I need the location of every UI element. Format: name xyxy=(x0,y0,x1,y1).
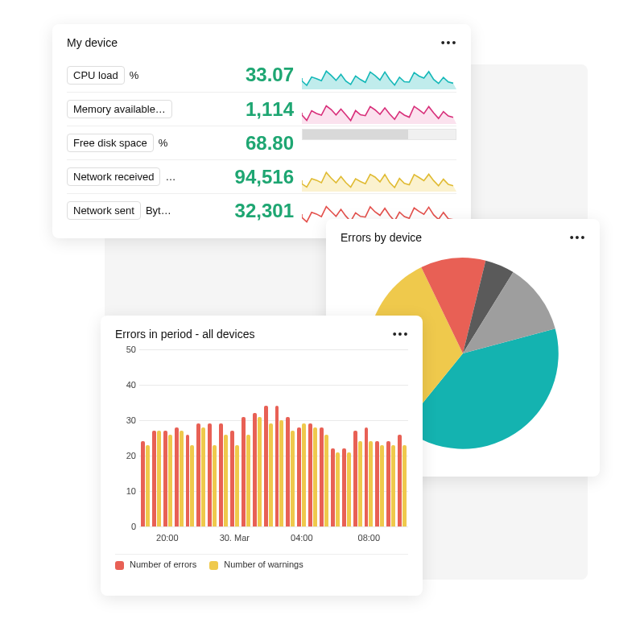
bar xyxy=(286,417,290,526)
x-tick: 08:00 xyxy=(358,533,381,543)
bar-group xyxy=(342,349,351,526)
metric-name: Free disk space % xyxy=(67,134,212,152)
bar xyxy=(391,445,395,526)
metric-unit: % xyxy=(130,69,139,81)
metric-value: 32,301 xyxy=(212,200,302,222)
card-title: My device xyxy=(67,36,118,49)
more-icon[interactable]: ••• xyxy=(442,35,456,50)
bar xyxy=(152,431,156,526)
x-tick: 04:00 xyxy=(291,533,313,543)
bar-group xyxy=(264,349,273,526)
metric-name: Network received … xyxy=(67,167,212,186)
metric-name: Network sent Byt… xyxy=(67,201,212,220)
bar xyxy=(369,441,373,526)
bar xyxy=(157,431,161,526)
bar-group xyxy=(152,349,161,526)
legend-item-warnings: Number of warnings xyxy=(209,559,303,570)
card-title: Errors in period - all devices xyxy=(115,328,255,341)
bar-group xyxy=(253,349,262,526)
more-icon[interactable]: ••• xyxy=(571,230,585,245)
card-title: Errors by device xyxy=(341,231,422,244)
bar xyxy=(258,417,262,526)
bar-group xyxy=(242,349,250,526)
bar-group xyxy=(297,349,306,526)
bar xyxy=(275,406,279,526)
metric-list: CPU load % 33.07 Memory available… 1,114 xyxy=(67,58,456,227)
bar xyxy=(242,417,246,526)
bar xyxy=(196,423,200,526)
metric-row: Memory available… 1,114 xyxy=(67,92,456,126)
errors-in-period-card: Errors in period - all devices ••• 01020… xyxy=(101,316,423,596)
bar-group xyxy=(186,349,195,526)
bar xyxy=(365,427,369,526)
bar xyxy=(168,435,172,526)
y-tick: 30 xyxy=(126,415,136,425)
metric-value: 33.07 xyxy=(212,64,302,86)
bar-group xyxy=(208,349,217,526)
bar xyxy=(141,441,145,526)
bar xyxy=(331,448,335,526)
y-tick: 40 xyxy=(126,380,136,390)
bar xyxy=(302,423,306,526)
bar xyxy=(264,406,268,526)
bar xyxy=(380,445,384,526)
bar xyxy=(246,435,250,526)
bar-group xyxy=(275,349,284,526)
bar-group xyxy=(219,349,228,526)
bar-group xyxy=(365,349,374,526)
bar-group xyxy=(320,349,328,526)
bar xyxy=(146,445,150,526)
bar xyxy=(398,435,402,526)
sparkline xyxy=(302,129,456,158)
metric-chip[interactable]: CPU load xyxy=(67,66,125,85)
bar xyxy=(208,423,212,526)
bar-group xyxy=(196,349,205,526)
metric-row: CPU load % 33.07 xyxy=(67,58,456,92)
metric-chip[interactable]: Memory available… xyxy=(67,100,172,118)
bar-group xyxy=(375,349,384,526)
sparkline xyxy=(302,60,456,89)
bar-group xyxy=(163,349,172,526)
bar xyxy=(219,423,223,526)
bar-group xyxy=(398,349,407,526)
bar xyxy=(163,431,167,526)
bar xyxy=(375,441,379,526)
bar xyxy=(308,423,312,526)
bar xyxy=(320,427,324,526)
bar-group xyxy=(331,349,340,526)
metric-chip[interactable]: Network received xyxy=(67,167,160,186)
bar xyxy=(235,445,239,526)
errors-bar-chart: 01020304050 20:0030. Mar04:0008:00 xyxy=(115,349,408,549)
bar-group xyxy=(353,349,362,526)
bar xyxy=(180,431,184,526)
bar xyxy=(353,431,357,526)
metric-chip[interactable]: Network sent xyxy=(67,201,141,220)
more-icon[interactable]: ••• xyxy=(394,327,408,341)
y-tick: 0 xyxy=(131,522,136,531)
metric-unit: … xyxy=(165,171,175,183)
bar-group xyxy=(386,349,395,526)
bar xyxy=(224,435,228,526)
bar xyxy=(175,427,179,526)
metric-unit: % xyxy=(159,137,168,149)
sparkline xyxy=(302,95,456,124)
metric-row: Free disk space % 68.80 xyxy=(67,126,456,159)
bar xyxy=(279,420,283,526)
bar xyxy=(201,427,205,526)
bar xyxy=(313,427,317,526)
y-tick: 20 xyxy=(126,451,136,460)
sparkline xyxy=(302,163,456,192)
bar xyxy=(269,423,273,526)
bar xyxy=(342,448,346,526)
bar xyxy=(190,445,194,526)
bar xyxy=(230,431,234,526)
legend: Number of errors Number of warnings xyxy=(115,554,408,570)
metric-value: 94,516 xyxy=(212,166,302,188)
bar-group xyxy=(175,349,184,526)
metric-chip[interactable]: Free disk space xyxy=(67,134,154,152)
metric-unit: Byt… xyxy=(146,204,171,217)
bar xyxy=(213,445,217,526)
bar-group xyxy=(230,349,239,526)
y-tick: 10 xyxy=(126,486,136,496)
metric-value: 1,114 xyxy=(212,98,302,121)
